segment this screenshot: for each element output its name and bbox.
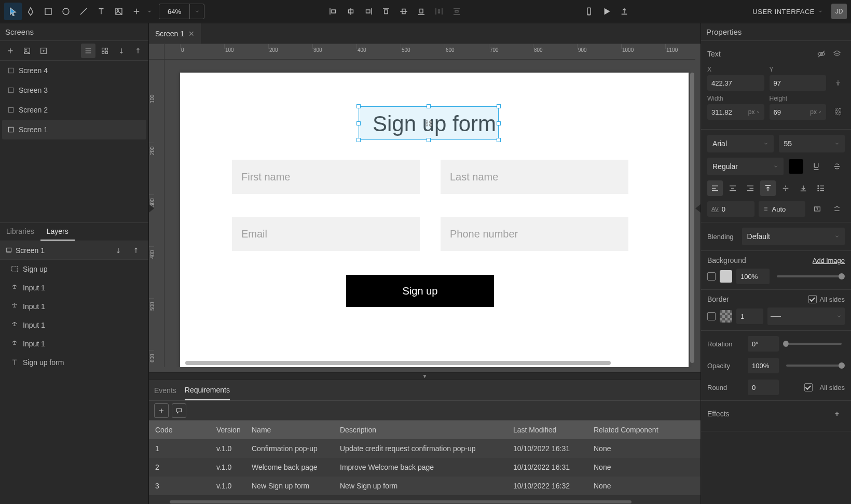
add-image-screen-icon[interactable] (20, 44, 34, 58)
align-center-v-icon[interactable] (395, 3, 413, 20)
add-requirement-button[interactable] (154, 403, 169, 418)
link-dimensions-icon[interactable]: ⛓ (831, 104, 845, 120)
tab-requirements[interactable]: Requirements (185, 380, 230, 400)
rotation-input[interactable]: 0° (748, 336, 779, 352)
add-tool-dropdown[interactable] (145, 3, 154, 20)
height-input[interactable]: 69px (770, 104, 827, 120)
screen-item[interactable]: Screen 4 (2, 61, 146, 80)
text-align-left-icon[interactable] (707, 180, 723, 196)
resize-handle[interactable] (427, 138, 431, 142)
text-align-bottom-icon[interactable] (795, 180, 811, 196)
resize-handle[interactable] (497, 138, 501, 142)
text-align-middle-icon[interactable] (778, 180, 793, 196)
align-left-icon[interactable] (324, 3, 342, 20)
underline-icon[interactable] (808, 159, 824, 174)
distribute-v-icon[interactable] (448, 3, 465, 20)
resize-handle[interactable] (497, 121, 501, 125)
width-input[interactable]: 311.82px (707, 104, 764, 120)
border-allsides-checkbox[interactable] (808, 295, 817, 303)
layers-sort-up-icon[interactable] (129, 243, 143, 258)
align-center-h-icon[interactable] (342, 3, 360, 20)
screen-item[interactable]: Screen 2 (2, 100, 146, 120)
sort-up-icon[interactable] (131, 44, 145, 58)
comment-icon[interactable] (172, 403, 186, 418)
strikethrough-icon[interactable] (829, 159, 845, 174)
line-tool[interactable] (75, 3, 92, 20)
pin-position-icon[interactable] (831, 75, 845, 91)
zoom-dropdown[interactable] (189, 4, 204, 19)
collapse-left-panel[interactable] (149, 204, 154, 213)
bottom-horizontal-scrollbar[interactable] (170, 500, 632, 503)
font-family-dropdown[interactable]: Arial (707, 135, 774, 152)
align-right-icon[interactable] (360, 3, 377, 20)
resize-handle[interactable] (356, 104, 361, 108)
rotation-slider[interactable] (786, 343, 842, 345)
border-color-swatch[interactable] (720, 310, 732, 323)
add-tool[interactable] (128, 3, 145, 20)
preview-mobile-icon[interactable] (580, 3, 598, 20)
add-image-link[interactable]: Add image (813, 257, 845, 264)
border-width-input[interactable]: 1 (736, 309, 763, 324)
canvas-vertical-scrollbar[interactable] (690, 73, 694, 363)
ellipse-tool[interactable] (57, 3, 75, 20)
tab-events[interactable]: Events (154, 380, 176, 400)
avatar[interactable]: JD (831, 4, 847, 19)
table-row[interactable]: 2v.1.0Welcome back pageImprove Welcome b… (149, 458, 701, 477)
layer-item[interactable]: Input 1 (0, 297, 148, 316)
text-box-icon[interactable] (809, 201, 825, 217)
table-row[interactable]: 3v.1.0New Sign up formNew Sign up form10… (149, 477, 701, 495)
tab-libraries[interactable]: Libraries (0, 223, 40, 241)
list-view-icon[interactable] (81, 44, 95, 58)
rectangle-tool[interactable] (39, 3, 57, 20)
grid-view-icon[interactable] (98, 44, 112, 58)
layers-sort-down-icon[interactable] (111, 243, 126, 258)
visibility-icon[interactable] (814, 46, 829, 62)
collapse-right-panel[interactable] (695, 204, 701, 213)
zoom-value[interactable]: 64% (159, 8, 189, 16)
bottom-panel-toggle[interactable]: ▼ (149, 372, 701, 380)
font-weight-dropdown[interactable]: Regular (707, 158, 784, 175)
image-tool[interactable] (110, 3, 128, 20)
opacity-slider[interactable] (786, 365, 842, 367)
layer-item[interactable]: Input 1 (0, 334, 148, 353)
background-color-swatch[interactable] (720, 270, 732, 283)
round-allsides-checkbox[interactable] (804, 383, 813, 391)
distribute-h-icon[interactable] (430, 3, 448, 20)
play-icon[interactable] (598, 3, 615, 20)
border-style-dropdown[interactable] (767, 307, 845, 325)
close-tab-icon[interactable]: ✕ (188, 30, 195, 38)
background-enable-checkbox[interactable] (707, 272, 716, 281)
opacity-input[interactable]: 100% (748, 358, 779, 373)
align-top-icon[interactable] (377, 3, 395, 20)
text-color-swatch[interactable] (789, 159, 803, 174)
blending-dropdown[interactable]: Default (742, 228, 845, 245)
selection-box[interactable]: ⛓ (359, 106, 499, 140)
stack-icon[interactable] (829, 46, 845, 62)
pen-tool[interactable] (22, 3, 39, 20)
screen-item[interactable]: Screen 3 (2, 80, 146, 100)
resize-handle[interactable] (356, 121, 361, 125)
text-align-right-icon[interactable] (743, 180, 758, 196)
font-size-dropdown[interactable]: 55 (779, 135, 845, 152)
text-tool[interactable] (92, 3, 110, 20)
x-input[interactable]: 422.37 (707, 75, 764, 91)
y-input[interactable]: 97 (770, 75, 827, 91)
resize-handle[interactable] (356, 138, 361, 142)
layer-item[interactable]: Sign up form (0, 353, 148, 372)
border-enable-checkbox[interactable] (707, 312, 716, 320)
resize-handle[interactable] (497, 104, 501, 108)
round-input[interactable]: 0 (748, 380, 779, 395)
add-effect-button[interactable] (829, 406, 845, 422)
sort-down-icon[interactable] (114, 44, 129, 58)
tab-layers[interactable]: Layers (40, 223, 75, 241)
line-height-input[interactable]: Auto (759, 201, 806, 217)
user-interface-dropdown[interactable]: USER INTERFACE (752, 8, 823, 16)
canvas-horizontal-scrollbar[interactable] (185, 361, 611, 365)
bullet-list-icon[interactable] (813, 180, 829, 196)
text-align-top-icon[interactable] (760, 180, 776, 196)
align-bottom-icon[interactable] (413, 3, 430, 20)
table-row[interactable]: 1v.1.0Confirmation pop-upUpdate credit r… (149, 439, 701, 458)
add-screen-button[interactable] (3, 44, 18, 58)
layer-item[interactable]: Input 1 (0, 278, 148, 297)
kerning-input[interactable]: AV0 (707, 201, 754, 217)
